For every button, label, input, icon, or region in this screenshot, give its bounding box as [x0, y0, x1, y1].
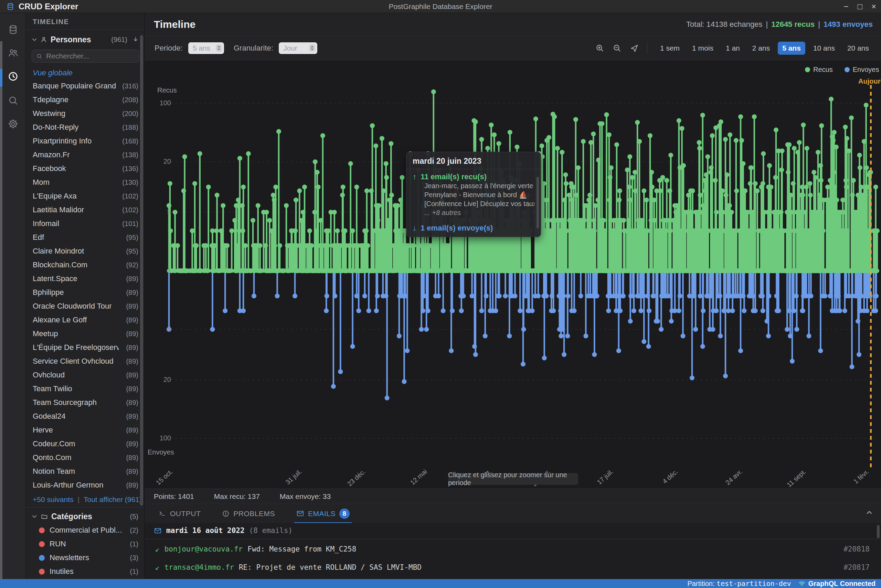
sidebar-person-item[interactable]: L'Equipe Axa(102) — [26, 189, 144, 203]
stepper-icon — [309, 44, 315, 52]
granularite-select[interactable]: Jour — [279, 42, 317, 54]
sidebar-person-item[interactable]: Team Sourcegraph(89) — [26, 396, 144, 410]
rail-item-database[interactable] — [0, 19, 26, 40]
tooltip-subject: Pennylane - Bienvenue à bord ⛵ — [424, 190, 534, 199]
range-buttons: 1 sem1 mois1 an2 ans5 ans10 ans20 ans — [656, 42, 873, 55]
rail-item-search[interactable] — [0, 90, 26, 111]
range-button-10-ans[interactable]: 10 ans — [809, 42, 839, 55]
sidebar-person-item[interactable]: Claire Moindrot(95) — [26, 244, 144, 258]
sidebar-person-item[interactable]: Mom(130) — [26, 176, 144, 189]
person-count: (102) — [122, 192, 138, 200]
sidebar-person-item[interactable]: Infomail(101) — [26, 217, 144, 231]
person-name: L'Equipe Axa — [33, 192, 77, 201]
email-id: #20817 — [843, 563, 870, 572]
sidebar-person-item[interactable]: Edf(95) — [26, 231, 144, 244]
rail-item-timeline[interactable] — [0, 66, 26, 87]
category-count: (3) — [130, 554, 138, 562]
sidebar-category-item[interactable]: RUN(1) — [26, 537, 144, 551]
tab-output[interactable]: OUTPUT — [159, 504, 201, 524]
sidebar-person-item[interactable]: Codeur.Com(89) — [26, 437, 144, 451]
search-input[interactable] — [45, 52, 132, 60]
collapse-panel-chevron-up-icon[interactable] — [865, 508, 873, 517]
email-divider — [145, 539, 881, 539]
sidebar-person-item[interactable]: Service Client Ovhcloud(89) — [26, 354, 144, 368]
granularite-label: Granularite: — [234, 44, 273, 52]
email-row[interactable]: ↙transac@4immo.frRE: Projet de vente ROL… — [155, 563, 875, 572]
sidebar-person-item[interactable]: Banque Populaire Grand ...(316) — [26, 79, 144, 93]
people-section-header[interactable]: Personnes (961) — [26, 32, 144, 47]
activity-rail — [0, 13, 26, 579]
sidebar-person-item[interactable]: Do-Not-Reply(188) — [26, 120, 144, 134]
range-button-1-sem[interactable]: 1 sem — [656, 42, 684, 55]
partition-value: test-partition-dev — [716, 579, 791, 588]
sidebar-person-item[interactable]: Facebook(136) — [26, 162, 144, 176]
sidebar-person-item[interactable]: Amazon.Fr(138) — [26, 148, 144, 162]
more-people-link[interactable]: +50 suivants — [33, 495, 74, 504]
email-group-date: mardi 16 août 2022 — [166, 526, 245, 535]
person-name: Mom — [33, 178, 50, 187]
sidebar-person-item[interactable]: Oracle Cloudworld Tour(89) — [26, 299, 144, 313]
minimize-button[interactable]: − — [843, 0, 848, 13]
sidebar-person-item[interactable]: Ovhcloud(89) — [26, 368, 144, 382]
tooltip-subject: Jean-marc, passez à l'énergie verte s... — [424, 182, 534, 190]
email-row[interactable]: ↙bonjour@vacouva.frFwd: Message from KM_… — [155, 545, 875, 553]
zoom-hint: Cliquez et glissez pour zoomer sur une p… — [448, 473, 578, 485]
person-name: Qonto.Com — [33, 453, 72, 462]
range-button-1-an[interactable]: 1 an — [721, 42, 744, 55]
chart-stats-bar: Points: 1401 Max recu: 137 Max envoye: 3… — [145, 489, 881, 504]
sidebar-person-item[interactable]: Qonto.Com(89) — [26, 451, 144, 465]
range-button-20-ans[interactable]: 20 ans — [843, 42, 873, 55]
tab-problems[interactable]: PROBLEMS — [222, 504, 275, 524]
person-name: Herve — [33, 426, 53, 435]
sidebar-search[interactable] — [32, 50, 139, 63]
sidebar-person-item[interactable]: Notion Team(89) — [26, 465, 144, 478]
sidebar-category-item[interactable]: Commercial et Publ...(2) — [26, 524, 144, 537]
sidebar-scrollbar[interactable] — [140, 35, 143, 506]
sidebar-category-item[interactable]: Newsletters(3) — [26, 551, 144, 565]
email-id: #20818 — [843, 545, 870, 553]
tooltip-scrollbar[interactable] — [537, 177, 539, 228]
sidebar-person-item[interactable]: Laetitia Malidor(102) — [26, 203, 144, 217]
sidebar-person-item[interactable]: Westwing(200) — [26, 106, 144, 120]
tab-emails[interactable]: EMAILS 8 — [296, 504, 350, 524]
sidebar-category-item[interactable]: Inutiles(1) — [26, 565, 144, 578]
sidebar-person-item[interactable]: Team Twilio(89) — [26, 382, 144, 396]
person-icon — [40, 36, 47, 43]
window-center-title: PostGraphile Database Explorer — [0, 2, 881, 10]
sidebar-person-item[interactable]: Alexane Le Goff(89) — [26, 313, 144, 327]
maximize-button[interactable]: □ — [857, 0, 862, 13]
sidebar-person-item[interactable]: Blockchain.Com(92) — [26, 258, 144, 272]
range-button-2-ans[interactable]: 2 ans — [748, 42, 774, 55]
range-button-1-mois[interactable]: 1 mois — [687, 42, 718, 55]
sidebar-person-item[interactable]: Latent.Space(89) — [26, 272, 144, 286]
y-axis-tick-label: 20 — [151, 376, 171, 384]
rail-item-people[interactable] — [0, 43, 26, 63]
person-name: Do-Not-Reply — [33, 123, 78, 132]
sidebar-person-item[interactable]: L'Équipe De Freelogoservi...(89) — [26, 340, 144, 354]
person-name: Laetitia Malidor — [33, 206, 84, 214]
zoom-out-button[interactable] — [612, 44, 621, 52]
search-icon — [8, 95, 19, 106]
person-name: L'Équipe De Freelogoservi... — [33, 343, 119, 352]
sidebar-person-item[interactable]: Meetup(89) — [26, 327, 144, 340]
sidebar-person-item[interactable]: Herve(89) — [26, 423, 144, 437]
arrow-up-icon: ↑ — [413, 172, 416, 182]
sidebar-person-item[interactable]: Pixartprinting Info(168) — [26, 134, 144, 148]
sidebar-person-item[interactable]: Godeal24(89) — [26, 410, 144, 423]
categories-section-header[interactable]: Catégories (5) — [26, 510, 144, 524]
sidebar-person-item[interactable]: Louis-Arthur Germon(89) — [26, 478, 144, 492]
person-count: (89) — [126, 302, 138, 310]
emails-scrollbar[interactable] — [877, 525, 879, 538]
periode-select[interactable]: 5 ans — [188, 42, 224, 54]
zoom-in-button[interactable] — [595, 44, 604, 52]
close-button[interactable]: × — [871, 0, 876, 13]
sidebar-item-vue-globale[interactable]: Vue globale — [33, 66, 73, 80]
rail-item-settings[interactable] — [0, 114, 26, 134]
download-icon[interactable] — [132, 36, 139, 43]
pan-navigate-button[interactable] — [630, 44, 639, 52]
timeline-chart[interactable] — [145, 60, 881, 489]
sidebar-person-item[interactable]: Bphilippe(89) — [26, 286, 144, 299]
range-button-5-ans[interactable]: 5 ans — [778, 42, 805, 55]
show-all-link[interactable]: Tout afficher (961) — [84, 495, 142, 504]
sidebar-person-item[interactable]: Tdeplagne(208) — [26, 93, 144, 106]
